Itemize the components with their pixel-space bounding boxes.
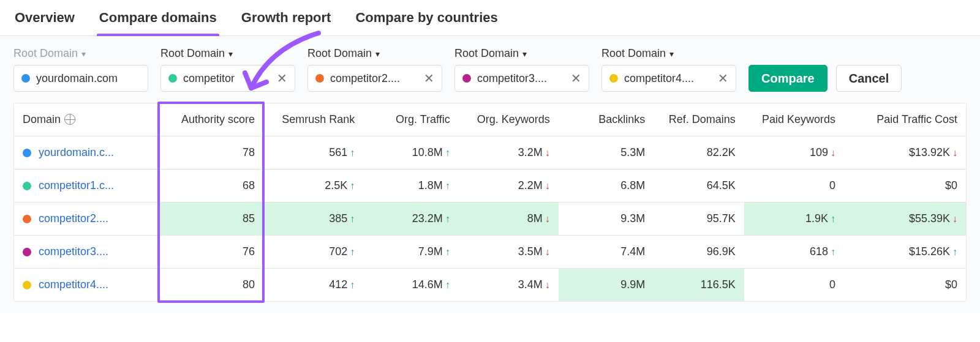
root-domain-label: Root Domain xyxy=(601,47,666,60)
col-header-semrush-rank[interactable]: Semrush Rank xyxy=(263,103,363,136)
arrow-up-icon: ↑ xyxy=(831,247,835,257)
comparison-table-wrap: DomainAuthority scoreSemrush RankOrg. Tr… xyxy=(0,97,980,314)
color-dot-icon xyxy=(168,74,177,83)
cell-traffic: 10.8M↑ xyxy=(363,136,458,169)
domain-chip-0[interactable]: yourdomain.com xyxy=(13,65,148,92)
close-icon[interactable]: ✕ xyxy=(277,72,287,84)
cell-value: 9.3M xyxy=(620,212,645,225)
col-header-authority-score[interactable]: Authority score xyxy=(159,103,263,136)
cell-traffic: 1.8M↑ xyxy=(363,169,458,203)
col-header-org-traffic[interactable]: Org. Traffic xyxy=(363,103,458,136)
col-header-ref-domains[interactable]: Ref. Domains xyxy=(654,103,744,136)
domain-chip-1[interactable]: competitor✕ xyxy=(160,65,295,92)
domain-chip-4[interactable]: competitor4....✕ xyxy=(601,65,736,92)
cell-value: 109 xyxy=(810,146,828,158)
domain-chip-label: competitor4.... xyxy=(624,72,712,85)
table-row: yourdomain.c...78561↑10.8M↑3.2M↓5.3M82.2… xyxy=(14,136,966,169)
color-dot-icon xyxy=(23,215,31,223)
cell-ref_domains: 116.5K xyxy=(654,269,744,301)
domain-cell[interactable]: competitor2.... xyxy=(14,203,159,236)
cell-value: 0 xyxy=(829,278,835,291)
compare-button[interactable]: Compare xyxy=(748,65,827,92)
col-header-domain[interactable]: Domain xyxy=(14,103,159,136)
domain-cell[interactable]: competitor1.c... xyxy=(14,169,159,203)
cell-value: 3.2M xyxy=(518,146,543,158)
color-dot-icon xyxy=(609,74,618,83)
close-icon[interactable]: ✕ xyxy=(718,72,728,84)
cell-org_kw: 3.4M↓ xyxy=(459,269,559,301)
close-icon[interactable]: ✕ xyxy=(424,72,434,84)
cell-rank: 412↑ xyxy=(263,269,363,301)
cell-value: 96.9K xyxy=(707,245,736,258)
domain-chip-label: competitor3.... xyxy=(477,72,565,85)
root-domain-dropdown[interactable]: Root Domain▾ xyxy=(13,47,148,60)
cell-authority: 78 xyxy=(159,136,263,169)
domain-cell[interactable]: competitor3.... xyxy=(14,236,159,269)
domain-name: competitor4.... xyxy=(39,278,108,291)
domain-name: yourdomain.c... xyxy=(39,146,114,159)
cell-value: 3.4M xyxy=(518,278,543,291)
domain-chip-2[interactable]: competitor2....✕ xyxy=(307,65,442,92)
domain-filters-row: Root Domain▾yourdomain.comRoot Domain▾co… xyxy=(0,36,980,97)
root-domain-dropdown[interactable]: Root Domain▾ xyxy=(307,47,442,60)
domain-filter-col-0: Root Domain▾yourdomain.com xyxy=(13,47,148,92)
color-dot-icon xyxy=(23,248,31,256)
cell-value: 6.8M xyxy=(620,179,645,191)
tab-compare-domains[interactable]: Compare domains xyxy=(98,6,218,35)
arrow-up-icon: ↑ xyxy=(952,247,957,257)
chevron-down-icon: ▾ xyxy=(228,49,233,59)
col-header-org-keywords[interactable]: Org. Keywords xyxy=(459,103,559,136)
globe-icon xyxy=(64,114,75,125)
arrow-up-icon: ↑ xyxy=(350,280,355,290)
cell-value: 618 xyxy=(810,245,828,258)
domain-cell[interactable]: competitor4.... xyxy=(14,269,159,301)
cell-paid_kw: 1.9K↑ xyxy=(744,203,844,236)
close-icon[interactable]: ✕ xyxy=(571,72,581,84)
cell-traffic: 23.2M↑ xyxy=(363,203,458,236)
root-domain-dropdown[interactable]: Root Domain▾ xyxy=(601,47,736,60)
cell-value: $55.39K xyxy=(909,212,950,225)
cell-traffic: 7.9M↑ xyxy=(363,236,458,269)
root-domain-label: Root Domain xyxy=(307,47,372,60)
cell-value: 8M xyxy=(527,212,543,225)
root-domain-label: Root Domain xyxy=(13,47,78,60)
color-dot-icon xyxy=(23,149,31,157)
domain-cell[interactable]: yourdomain.c... xyxy=(14,136,159,169)
cell-authority: 80 xyxy=(159,269,263,301)
root-domain-dropdown[interactable]: Root Domain▾ xyxy=(454,47,589,60)
tab-growth-report[interactable]: Growth report xyxy=(240,6,333,35)
cell-value: 9.9M xyxy=(620,278,645,291)
cell-rank: 702↑ xyxy=(263,236,363,269)
cancel-button[interactable]: Cancel xyxy=(836,65,902,92)
tab-overview[interactable]: Overview xyxy=(13,6,76,35)
col-header-backlinks[interactable]: Backlinks xyxy=(559,103,654,136)
root-domain-dropdown[interactable]: Root Domain▾ xyxy=(160,47,295,60)
domain-filter-col-3: Root Domain▾competitor3....✕ xyxy=(454,47,589,92)
cell-value: 10.8M xyxy=(412,146,443,158)
domain-chip-label: yourdomain.com xyxy=(36,72,140,85)
cell-backlinks: 7.4M xyxy=(559,236,654,269)
cell-paid_cost: $0 xyxy=(844,169,966,203)
cell-value: 82.2K xyxy=(707,146,736,158)
arrow-down-icon: ↓ xyxy=(545,280,550,290)
arrow-down-icon: ↓ xyxy=(545,247,550,257)
chevron-down-icon: ▾ xyxy=(522,49,527,59)
tab-compare-by-countries[interactable]: Compare by countries xyxy=(354,6,499,35)
cell-value: $13.92K xyxy=(909,146,950,158)
col-header-paid-traffic-cost[interactable]: Paid Traffic Cost xyxy=(844,103,966,136)
cell-value: 5.3M xyxy=(620,146,645,158)
cell-rank: 2.5K↑ xyxy=(263,169,363,203)
cell-value: $0 xyxy=(945,278,957,291)
arrow-down-icon: ↓ xyxy=(545,180,550,191)
cell-value: 68 xyxy=(243,179,255,191)
arrow-up-icon: ↑ xyxy=(445,280,450,290)
cell-paid_kw: 109↓ xyxy=(744,136,844,169)
cell-ref_domains: 82.2K xyxy=(654,136,744,169)
cell-value: 2.2M xyxy=(518,179,543,191)
col-header-paid-keywords[interactable]: Paid Keywords xyxy=(744,103,844,136)
table-row: competitor2....85385↑23.2M↑8M↓9.3M95.7K1… xyxy=(14,203,966,236)
color-dot-icon xyxy=(315,74,324,83)
cell-value: 7.9M xyxy=(418,245,443,258)
cell-value: 412 xyxy=(329,278,347,291)
domain-chip-3[interactable]: competitor3....✕ xyxy=(454,65,589,92)
